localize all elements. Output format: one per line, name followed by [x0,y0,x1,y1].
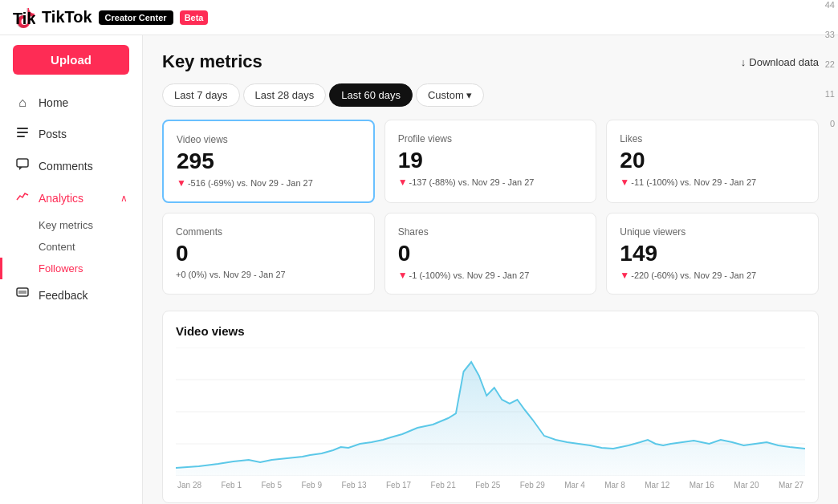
x-label-feb5: Feb 5 [261,481,282,490]
sidebar-label-analytics: Analytics [39,192,83,205]
comments-icon [14,158,31,174]
filter-custom[interactable]: Custom ▾ [416,83,484,107]
chart-wrapper: Jan 28 Feb 1 Feb 5 Feb 9 Feb 13 Feb 17 F… [176,348,805,490]
analytics-chevron-icon: ∧ [120,193,128,204]
sidebar-label-home: Home [39,96,68,109]
download-data-link[interactable]: ↓ Download data [741,56,819,68]
card-likes-value: 20 [620,148,805,173]
x-label-feb9: Feb 9 [301,481,322,490]
y-label-0: 0 [814,119,835,128]
card-comments[interactable]: Comments 0 +0 (0%) vs. Nov 29 - Jan 27 [162,213,375,295]
sidebar-item-feedback[interactable]: Feedback [0,279,142,311]
card-unique-viewers-label: Unique viewers [620,226,805,238]
posts-icon [14,126,31,142]
tiktok-logo-icon: TikTok [13,6,35,29]
svg-rect-4 [17,159,28,167]
svg-rect-3 [17,136,25,137]
card-shares-change-text: -1 (-100%) vs. Nov 29 - Jan 27 [409,270,530,280]
card-video-views[interactable]: Video views 295 ▼ -516 (-69%) vs. Nov 29… [162,120,375,203]
sidebar-item-posts[interactable]: Posts [0,118,142,150]
card-likes-change-text: -11 (-100%) vs. Nov 29 - Jan 27 [631,177,756,187]
x-label-feb21: Feb 21 [431,481,456,490]
card-likes-change: ▼ -11 (-100%) vs. Nov 29 - Jan 27 [620,177,805,188]
arrow-down-icon-5: ▼ [620,270,629,281]
svg-text:TikTok: TikTok [13,10,35,27]
card-comments-change: +0 (0%) vs. Nov 29 - Jan 27 [176,270,361,279]
chart-y-axis: 44 33 22 11 0 [814,35,838,128]
card-comments-label: Comments [176,226,361,238]
chart-main: Jan 28 Feb 1 Feb 5 Feb 9 Feb 13 Feb 17 F… [176,348,805,490]
sidebar-item-comments[interactable]: Comments [0,150,142,182]
card-likes[interactable]: Likes 20 ▼ -11 (-100%) vs. Nov 29 - Jan … [606,120,819,203]
page-title: Key metrics [162,51,262,72]
card-shares-change: ▼ -1 (-100%) vs. Nov 29 - Jan 27 [398,270,584,281]
chart-svg [176,348,805,476]
app-header: TikTok TikTok Creator Center Beta [0,0,838,35]
main-layout: Upload ⌂ Home Posts Comments Analytics [0,35,838,504]
card-shares-value: 0 [398,241,584,266]
filter-7days[interactable]: Last 7 days [162,83,240,107]
y-label-33: 33 [814,35,835,39]
card-video-views-change: ▼ -516 (-69%) vs. Nov 29 - Jan 27 [177,177,360,189]
upload-button[interactable]: Upload [13,45,129,75]
x-label-feb17: Feb 17 [386,481,411,490]
arrow-down-icon-3: ▼ [620,177,629,188]
logo-area: TikTok TikTok Creator Center Beta [13,6,208,29]
x-label-mar27: Mar 27 [779,481,803,490]
svg-rect-1 [17,128,28,129]
sidebar-label-posts: Posts [39,128,67,140]
x-label-jan28: Jan 28 [177,481,201,490]
sidebar-label-feedback: Feedback [39,289,87,302]
card-video-views-label: Video views [177,134,360,145]
logo-text: TikTok [42,8,92,26]
card-profile-views-label: Profile views [398,133,584,144]
y-label-22: 22 [814,59,835,69]
card-profile-views-value: 19 [398,148,584,173]
sidebar-sub-key-metrics[interactable]: Key metrics [0,214,142,236]
content-area: Key metrics ↓ Download data Last 7 days … [143,35,838,504]
x-label-mar4: Mar 4 [564,481,585,490]
x-label-feb25: Feb 25 [475,481,500,490]
x-label-mar12: Mar 12 [645,481,669,490]
sidebar-label-comments: Comments [39,160,93,173]
analytics-icon [14,190,31,206]
feedback-icon [14,287,31,303]
card-unique-viewers[interactable]: Unique viewers 149 ▼ -220 (-60%) vs. Nov… [606,213,819,295]
filter-60days[interactable]: Last 60 days [329,83,413,107]
chart-x-axis: Jan 28 Feb 1 Feb 5 Feb 9 Feb 13 Feb 17 F… [176,481,805,490]
x-label-feb1: Feb 1 [221,481,242,490]
y-label-11: 11 [814,89,835,99]
arrow-down-icon-2: ▼ [398,177,408,188]
svg-rect-2 [17,132,28,133]
video-views-section: Video views [162,311,819,503]
download-label: Download data [749,56,819,68]
x-label-mar20: Mar 20 [734,481,759,490]
card-profile-views-change: ▼ -137 (-88%) vs. Nov 29 - Jan 27 [398,177,584,188]
x-label-mar8: Mar 8 [604,481,625,490]
x-label-feb29: Feb 29 [520,481,545,490]
sidebar: Upload ⌂ Home Posts Comments Analytics [0,35,143,504]
sidebar-sub-content[interactable]: Content [0,236,142,258]
download-icon: ↓ [741,56,746,68]
sidebar-item-analytics[interactable]: Analytics ∧ [0,182,142,214]
x-label-feb13: Feb 13 [341,481,366,490]
card-unique-viewers-change: ▼ -220 (-60%) vs. Nov 29 - Jan 27 [620,270,805,281]
card-unique-viewers-change-text: -220 (-60%) vs. Nov 29 - Jan 27 [631,270,756,280]
sidebar-item-home[interactable]: ⌂ Home [0,87,142,118]
x-label-mar16: Mar 16 [690,481,714,490]
card-profile-views-change-text: -137 (-88%) vs. Nov 29 - Jan 27 [409,177,535,187]
card-comments-value: 0 [176,241,361,266]
card-video-views-value: 295 [177,148,360,174]
time-filters: Last 7 days Last 28 days Last 60 days Cu… [162,83,819,107]
card-likes-label: Likes [620,133,805,144]
creator-center-badge: Creator Center [99,10,173,25]
video-views-chart-title: Video views [176,324,805,338]
card-shares[interactable]: Shares 0 ▼ -1 (-100%) vs. Nov 29 - Jan 2… [384,213,597,295]
arrow-down-icon: ▼ [177,177,186,189]
filter-28days[interactable]: Last 28 days [243,83,327,107]
card-comments-change-text: +0 (0%) vs. Nov 29 - Jan 27 [176,270,286,279]
beta-badge: Beta [180,10,209,25]
card-profile-views[interactable]: Profile views 19 ▼ -137 (-88%) vs. Nov 2… [384,120,597,203]
sidebar-sub-followers[interactable]: Followers [0,258,142,279]
card-shares-label: Shares [398,226,584,238]
